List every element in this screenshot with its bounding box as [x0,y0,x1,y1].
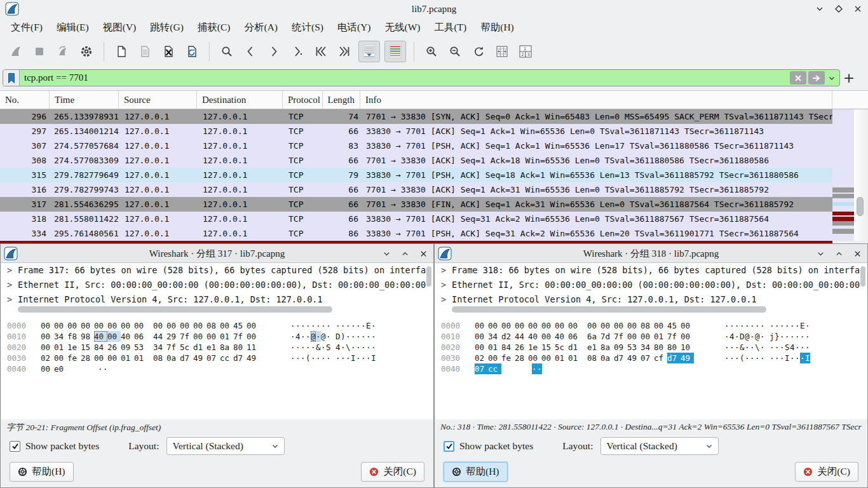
menu-item[interactable]: 编辑(E) [50,19,96,36]
ascii-char[interactable]: · [537,363,542,374]
intelligent-scrollbar-minimap[interactable] [832,109,854,241]
help-button[interactable]: 帮助(H) [10,462,74,482]
ascii-char[interactable]: E [800,320,805,331]
expand-chevron-icon[interactable]: > [1,263,18,278]
ascii-char[interactable]: · [770,320,775,331]
hex-byte[interactable]: 26 [515,342,528,353]
ascii-char[interactable]: · [795,353,800,363]
packet-row[interactable]: 316279.782799743127.0.0.1127.0.0.1TCP667… [0,182,832,197]
hex-byte[interactable]: d2 [501,331,515,342]
hex-byte[interactable]: fe [67,353,81,363]
ascii-char[interactable]: · [805,331,810,342]
hex-byte[interactable]: 00 [94,320,107,331]
hex-byte[interactable]: 44 [515,331,528,342]
hex-byte[interactable]: 40 [555,331,568,342]
hex-byte[interactable]: 44 [153,331,166,342]
hex-byte[interactable]: 34 [54,331,67,342]
menu-item[interactable]: 帮助(H) [473,19,521,36]
ascii-char[interactable]: · [311,320,316,331]
ascii-char[interactable]: · [361,342,366,353]
packet-row[interactable]: 307274.577057684127.0.0.1127.0.0.1TCP833… [0,139,832,153]
hex-byte[interactable]: 5c [180,342,193,353]
hex-byte[interactable]: 00 [94,353,107,363]
ascii-char[interactable]: 4 [336,342,341,353]
menu-item[interactable]: 捕获(C) [191,19,238,36]
hex-byte[interactable]: 06 [568,331,581,342]
hex-byte[interactable]: 49 [193,353,207,363]
maximize-button-icon[interactable] [832,3,845,15]
menu-item[interactable]: 统计(S) [285,19,330,36]
go-last-icon[interactable] [335,41,354,62]
menu-item[interactable]: 无线(W) [378,19,428,36]
hex-byte[interactable]: 07 [207,353,220,363]
hex-byte[interactable]: d7 [233,353,247,363]
tree-scrollbar-thumb[interactable] [426,266,431,287]
hex-byte[interactable]: 00 [541,353,555,363]
ascii-char[interactable]: · [775,353,780,363]
ascii-char[interactable]: · [780,353,785,363]
ascii-char[interactable]: @ [311,331,316,342]
hex-byte[interactable]: 00 [475,331,488,342]
hex-byte[interactable]: 02 [475,353,488,363]
ascii-char[interactable]: · [750,331,755,342]
hex-byte[interactable]: 00 [627,320,641,331]
hex-byte[interactable]: 01 [568,353,581,363]
hex-byte[interactable]: 80 [654,342,667,353]
menu-item[interactable]: 工具(T) [427,19,473,36]
scrollbar-thumb[interactable] [452,306,766,313]
ascii-char[interactable]: \ [755,342,760,353]
tree-row[interactable]: >Frame 318: 66 bytes on wire (528 bits),… [435,263,867,278]
ascii-char[interactable]: · [760,320,765,331]
close-dialog-button[interactable]: 关闭(C) [795,462,858,482]
ascii-char[interactable]: · [316,331,321,342]
ascii-char[interactable]: · [346,320,351,331]
hex-byte[interactable]: 01 [121,353,134,363]
hex-byte[interactable]: 98 [81,331,94,342]
hex-byte[interactable]: 07 [641,353,654,363]
ascii-char[interactable]: · [735,342,740,353]
hex-byte[interactable]: 34 [488,331,501,342]
reload-file-icon[interactable] [182,41,201,62]
hex-byte[interactable]: cc [488,363,501,374]
hex-byte[interactable]: e1 [587,342,600,353]
display-filter-field[interactable] [3,69,840,86]
minimize-button-icon[interactable] [813,3,826,15]
hex-dump-view[interactable]: 000000000000000000000000000008004500····… [435,316,867,419]
hex-byte[interactable]: 00 [501,320,515,331]
save-file-icon[interactable] [135,41,154,62]
expand-chevron-icon[interactable]: > [1,292,18,304]
minimize-button-icon[interactable] [814,247,827,260]
packet-list-scrollbar[interactable] [854,109,868,241]
ascii-char[interactable]: · [800,342,805,353]
help-button[interactable]: 帮助(H) [444,462,508,482]
packet-row[interactable]: 334295.761480561127.0.0.1127.0.0.1TCP863… [0,226,832,241]
hex-byte[interactable]: d7 [180,353,193,363]
expand-chevron-icon[interactable]: > [435,278,452,292]
ascii-char[interactable]: · [790,320,795,331]
column-header[interactable]: No. [0,91,50,109]
hex-byte[interactable]: 34 [641,342,654,353]
ascii-char[interactable]: · [780,320,785,331]
ascii-char[interactable]: · [103,363,108,374]
ascii-char[interactable]: · [321,342,326,353]
hex-byte[interactable]: 00 [475,320,488,331]
ascii-char[interactable]: · [795,320,800,331]
column-header[interactable]: Length [323,91,360,109]
go-first-icon[interactable] [311,41,330,62]
ascii-char[interactable]: I [351,353,356,363]
tree-horizontal-scrollbar[interactable] [435,304,867,315]
hex-byte[interactable]: 01 [555,353,568,363]
hex-byte[interactable]: 00 [587,320,600,331]
ascii-char[interactable]: & [740,342,745,353]
start-capture-icon[interactable] [6,41,25,62]
hex-byte[interactable]: 00 [81,320,94,331]
hex-byte[interactable]: 00 [528,320,541,331]
open-file-icon[interactable] [112,41,131,62]
hex-byte[interactable]: 49 [627,353,641,363]
ascii-char[interactable]: · [306,320,311,331]
ascii-char[interactable]: · [290,331,295,342]
menu-item[interactable]: 文件(F) [4,19,50,36]
hex-byte[interactable]: 00 [541,320,555,331]
tree-row[interactable]: >Frame 317: 66 bytes on wire (528 bits),… [1,263,433,278]
tree-horizontal-scrollbar[interactable] [1,304,433,315]
